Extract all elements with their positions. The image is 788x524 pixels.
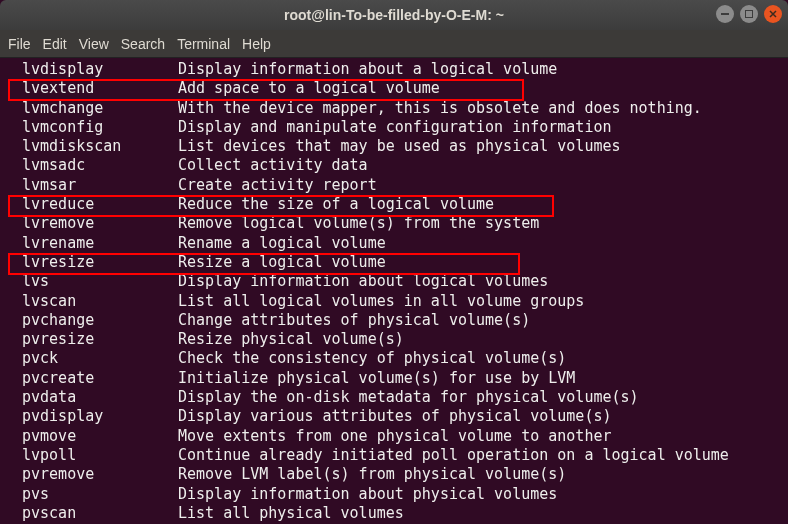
command-desc: Continue already initiated poll operatio… — [178, 446, 729, 465]
command-desc: Display and manipulate configuration inf… — [178, 118, 611, 137]
terminal-line: pvchangeChange attributes of physical vo… — [2, 311, 788, 330]
command-name: pvmove — [22, 427, 178, 446]
close-button[interactable] — [764, 5, 782, 23]
terminal-line: lvscanList all logical volumes in all vo… — [2, 292, 788, 311]
command-desc: Remove LVM label(s) from physical volume… — [178, 465, 566, 484]
titlebar: root@lin-To-be-filled-by-O-E-M: ~ — [0, 0, 788, 30]
command-name: lvmdiskscan — [22, 137, 178, 156]
command-name: lvs — [22, 272, 178, 291]
command-desc: Display information about a logical volu… — [178, 60, 557, 79]
terminal-line: pvdataDisplay the on-disk metadata for p… — [2, 388, 788, 407]
command-name: pvck — [22, 349, 178, 368]
command-name: lvscan — [22, 292, 178, 311]
menu-terminal[interactable]: Terminal — [177, 36, 230, 52]
terminal-line: lvresizeResize a logical volume — [2, 253, 788, 272]
command-name: lvreduce — [22, 195, 178, 214]
command-name: lvmsar — [22, 176, 178, 195]
command-name: pvs — [22, 485, 178, 504]
terminal-line: lvextendAdd space to a logical volume — [2, 79, 788, 98]
command-desc: Add space to a logical volume — [178, 79, 440, 98]
command-desc: Display the on-disk metadata for physica… — [178, 388, 639, 407]
command-desc: Remove logical volume(s) from the system — [178, 214, 539, 233]
command-desc: List devices that may be used as physica… — [178, 137, 621, 156]
command-name: lvdisplay — [22, 60, 178, 79]
menu-edit[interactable]: Edit — [43, 36, 67, 52]
command-desc: Initialize physical volume(s) for use by… — [178, 369, 575, 388]
menu-help[interactable]: Help — [242, 36, 271, 52]
terminal-line: pvcreateInitialize physical volume(s) fo… — [2, 369, 788, 388]
window-controls — [716, 5, 782, 23]
menu-view[interactable]: View — [79, 36, 109, 52]
menu-search[interactable]: Search — [121, 36, 165, 52]
terminal-line: pvckCheck the consistency of physical vo… — [2, 349, 788, 368]
terminal-line: lvrenameRename a logical volume — [2, 234, 788, 253]
command-desc: Resize physical volume(s) — [178, 330, 404, 349]
terminal-line: pvmoveMove extents from one physical vol… — [2, 427, 788, 446]
command-desc: With the device mapper, this is obsolete… — [178, 99, 702, 118]
terminal-line: pvsDisplay information about physical vo… — [2, 485, 788, 504]
command-desc: Rename a logical volume — [178, 234, 386, 253]
svg-rect-0 — [721, 13, 729, 15]
command-desc: Resize a logical volume — [178, 253, 386, 272]
command-name: lvremove — [22, 214, 178, 233]
terminal-line: pvdisplayDisplay various attributes of p… — [2, 407, 788, 426]
terminal-line: pvresizeResize physical volume(s) — [2, 330, 788, 349]
terminal-line: lvmsarCreate activity report — [2, 176, 788, 195]
command-name: lvresize — [22, 253, 178, 272]
command-name: pvchange — [22, 311, 178, 330]
terminal-line: lvpollContinue already initiated poll op… — [2, 446, 788, 465]
terminal-line: pvremoveRemove LVM label(s) from physica… — [2, 465, 788, 484]
terminal-line: pvscanList all physical volumes — [2, 504, 788, 523]
command-name: pvdata — [22, 388, 178, 407]
command-desc: Display information about physical volum… — [178, 485, 557, 504]
command-name: pvdisplay — [22, 407, 178, 426]
command-name: lvmconfig — [22, 118, 178, 137]
menubar: File Edit View Search Terminal Help — [0, 30, 788, 58]
command-name: lvextend — [22, 79, 178, 98]
command-name: lvpoll — [22, 446, 178, 465]
command-desc: Check the consistency of physical volume… — [178, 349, 566, 368]
command-name: pvresize — [22, 330, 178, 349]
command-desc: Reduce the size of a logical volume — [178, 195, 494, 214]
command-desc: Collect activity data — [178, 156, 368, 175]
terminal-line: lvmsadcCollect activity data — [2, 156, 788, 175]
command-name: lvmsadc — [22, 156, 178, 175]
terminal-line: lvsDisplay information about logical vol… — [2, 272, 788, 291]
command-name: lvmchange — [22, 99, 178, 118]
terminal-line: lvremoveRemove logical volume(s) from th… — [2, 214, 788, 233]
command-name: pvscan — [22, 504, 178, 523]
terminal-line: lvmdiskscanList devices that may be used… — [2, 137, 788, 156]
svg-rect-1 — [746, 11, 753, 18]
command-desc: Create activity report — [178, 176, 377, 195]
command-desc: Display various attributes of physical v… — [178, 407, 611, 426]
terminal-content[interactable]: lvdisplayDisplay information about a log… — [0, 58, 788, 523]
window-title: root@lin-To-be-filled-by-O-E-M: ~ — [284, 7, 504, 23]
command-name: pvcreate — [22, 369, 178, 388]
maximize-button[interactable] — [740, 5, 758, 23]
command-desc: List all physical volumes — [178, 504, 404, 523]
command-desc: Move extents from one physical volume to… — [178, 427, 611, 446]
terminal-line: lvmconfigDisplay and manipulate configur… — [2, 118, 788, 137]
command-desc: Change attributes of physical volume(s) — [178, 311, 530, 330]
terminal-line: lvmchangeWith the device mapper, this is… — [2, 99, 788, 118]
terminal-line: lvreduceReduce the size of a logical vol… — [2, 195, 788, 214]
command-desc: List all logical volumes in all volume g… — [178, 292, 584, 311]
terminal-line: lvdisplayDisplay information about a log… — [2, 60, 788, 79]
minimize-button[interactable] — [716, 5, 734, 23]
command-name: pvremove — [22, 465, 178, 484]
command-desc: Display information about logical volume… — [178, 272, 548, 291]
command-name: lvrename — [22, 234, 178, 253]
menu-file[interactable]: File — [8, 36, 31, 52]
